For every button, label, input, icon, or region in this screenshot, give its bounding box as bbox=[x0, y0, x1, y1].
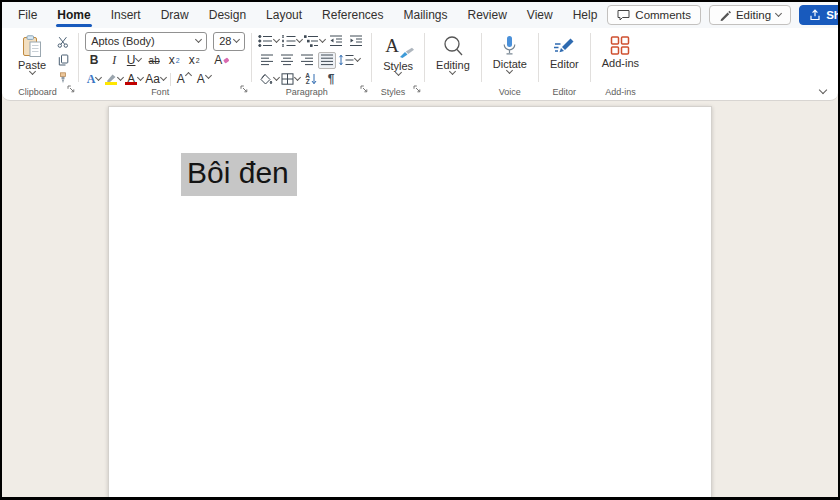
addins-label: Add-ins bbox=[602, 57, 639, 69]
text-effects-button[interactable]: A bbox=[85, 71, 103, 88]
tab-home[interactable]: Home bbox=[47, 2, 100, 28]
selected-text[interactable]: Bôi đen bbox=[181, 153, 297, 196]
font-color-button[interactable]: A bbox=[125, 71, 143, 88]
tab-file[interactable]: File bbox=[8, 2, 47, 28]
editing-button[interactable]: Editing bbox=[431, 32, 475, 75]
tab-design[interactable]: Design bbox=[199, 2, 256, 28]
grow-font-button[interactable]: A bbox=[175, 71, 193, 88]
menu-bar: File Home Insert Draw Design Layout Refe… bbox=[2, 2, 838, 28]
chevron-down-icon bbox=[294, 74, 301, 81]
paragraph-dialog-launcher[interactable] bbox=[360, 79, 368, 97]
clipboard-dialog-launcher[interactable] bbox=[67, 79, 75, 97]
paragraph-group: AZ ¶ Paragraph bbox=[253, 32, 370, 85]
text-highlight-button[interactable] bbox=[105, 71, 123, 88]
styles-group: A Styles Styles bbox=[373, 32, 423, 85]
tab-references[interactable]: References bbox=[312, 2, 393, 28]
shrink-font-button[interactable]: A bbox=[195, 71, 213, 88]
eraser-icon bbox=[223, 56, 230, 64]
group-divider bbox=[481, 33, 482, 82]
chevron-down-icon bbox=[775, 10, 782, 17]
font-controls: Aptos (Body) 28 B I U ab x2 x2 A bbox=[85, 32, 245, 88]
underline-button[interactable]: U bbox=[125, 52, 143, 69]
cut-button[interactable] bbox=[54, 34, 72, 50]
chevron-down-icon bbox=[233, 36, 240, 43]
share-button[interactable]: Share bbox=[799, 5, 840, 25]
align-center-button[interactable] bbox=[278, 52, 296, 69]
dictate-button[interactable]: Dictate bbox=[488, 32, 532, 74]
addins-button[interactable]: Add-ins bbox=[597, 32, 644, 70]
strikethrough-button[interactable]: ab bbox=[145, 52, 163, 69]
styles-dialog-launcher[interactable] bbox=[413, 79, 421, 97]
clipboard-group-label: Clipboard bbox=[8, 87, 67, 97]
change-case-button[interactable]: Aa bbox=[145, 71, 166, 88]
voice-group-label: Voice bbox=[483, 87, 537, 97]
strikethrough-glyph: ab bbox=[149, 55, 160, 66]
brush-icon bbox=[399, 47, 415, 58]
decrease-indent-icon bbox=[329, 35, 343, 47]
bullets-button[interactable] bbox=[258, 33, 279, 50]
sort-button[interactable]: AZ bbox=[302, 71, 320, 88]
shading-button[interactable] bbox=[258, 71, 279, 88]
font-size-value: 28 bbox=[219, 35, 231, 47]
collapse-ribbon-button[interactable] bbox=[820, 79, 826, 97]
chevron-down-icon bbox=[137, 74, 144, 81]
group-divider bbox=[371, 33, 372, 82]
styles-button[interactable]: A Styles bbox=[378, 32, 418, 76]
document-page[interactable]: Bôi đen bbox=[108, 106, 712, 497]
superscript-button[interactable]: x2 bbox=[185, 52, 203, 69]
copy-button[interactable] bbox=[54, 52, 72, 68]
borders-icon bbox=[281, 73, 294, 85]
comment-icon bbox=[617, 9, 630, 21]
mini-divider bbox=[170, 73, 171, 86]
align-right-button[interactable] bbox=[298, 52, 316, 69]
dialog-launcher-icon bbox=[67, 85, 75, 93]
line-spacing-button[interactable] bbox=[338, 52, 360, 69]
document-workspace: Bôi đen bbox=[2, 101, 838, 497]
dialog-launcher-icon bbox=[240, 85, 248, 93]
tab-draw[interactable]: Draw bbox=[151, 2, 199, 28]
editor-label: Editor bbox=[550, 58, 579, 70]
tab-help[interactable]: Help bbox=[563, 2, 608, 28]
line-spacing-icon bbox=[338, 54, 354, 66]
bold-button[interactable]: B bbox=[85, 52, 103, 69]
tab-review[interactable]: Review bbox=[458, 2, 517, 28]
numbering-button[interactable] bbox=[281, 33, 302, 50]
comments-button[interactable]: Comments bbox=[607, 5, 701, 25]
chevron-down-icon bbox=[273, 36, 280, 43]
font-size-select[interactable]: 28 bbox=[213, 32, 245, 51]
chevron-down-icon bbox=[29, 68, 36, 75]
chevron-down-icon bbox=[135, 55, 142, 62]
tab-layout[interactable]: Layout bbox=[256, 2, 312, 28]
paste-icon bbox=[22, 35, 42, 58]
font-name-select[interactable]: Aptos (Body) bbox=[85, 32, 207, 51]
chevron-down-icon bbox=[160, 74, 167, 81]
font-dialog-launcher[interactable] bbox=[240, 79, 248, 97]
clear-formatting-button[interactable]: A bbox=[213, 52, 231, 69]
chevron-down-icon bbox=[819, 86, 827, 94]
font-group-label: Font bbox=[80, 87, 240, 97]
paste-button[interactable]: Paste bbox=[13, 32, 51, 75]
chevron-down-icon bbox=[354, 55, 361, 62]
tab-mailings[interactable]: Mailings bbox=[393, 2, 457, 28]
multilevel-list-button[interactable] bbox=[304, 33, 325, 50]
borders-button[interactable] bbox=[281, 71, 300, 88]
increase-indent-button[interactable] bbox=[347, 33, 365, 50]
underline-glyph: U bbox=[127, 53, 136, 67]
editor-button[interactable]: Editor bbox=[545, 32, 584, 71]
paint-bucket-icon bbox=[258, 73, 273, 85]
titlebar-actions: Comments Editing Share bbox=[607, 5, 840, 25]
decrease-indent-button[interactable] bbox=[327, 33, 345, 50]
dialog-launcher-icon bbox=[360, 85, 368, 93]
chevron-down-icon bbox=[95, 74, 102, 81]
editing-mode-button[interactable]: Editing bbox=[709, 5, 791, 25]
show-hide-marks-button[interactable]: ¶ bbox=[322, 71, 340, 88]
pilcrow-glyph: ¶ bbox=[328, 72, 335, 86]
group-divider bbox=[590, 33, 591, 82]
italic-button[interactable]: I bbox=[105, 52, 123, 69]
tab-insert[interactable]: Insert bbox=[101, 2, 151, 28]
tab-view[interactable]: View bbox=[517, 2, 563, 28]
share-label: Share bbox=[826, 9, 840, 21]
justify-button[interactable] bbox=[318, 52, 336, 69]
align-left-button[interactable] bbox=[258, 52, 276, 69]
subscript-button[interactable]: x2 bbox=[165, 52, 183, 69]
